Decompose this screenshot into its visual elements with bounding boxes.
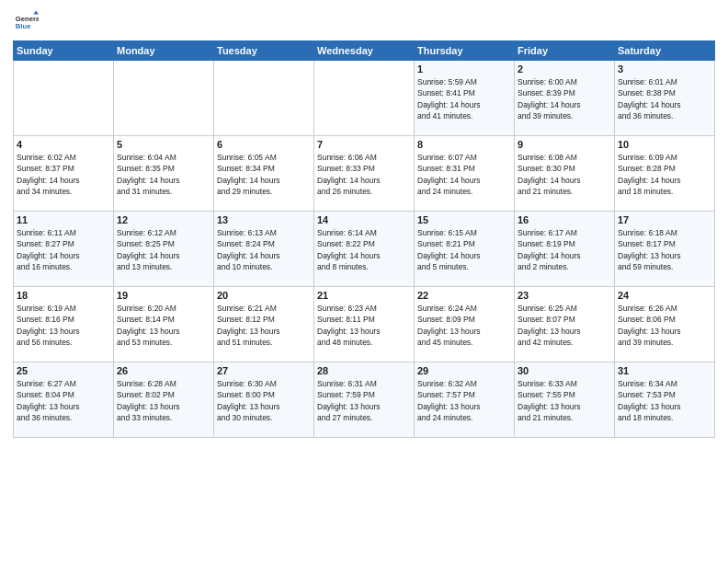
calendar-cell: 31Sunrise: 6:34 AM Sunset: 7:53 PM Dayli… <box>615 362 715 438</box>
day-info: Sunrise: 6:33 AM Sunset: 7:55 PM Dayligh… <box>518 378 611 423</box>
day-number: 19 <box>117 290 210 301</box>
day-number: 9 <box>518 139 611 150</box>
calendar-cell: 9Sunrise: 6:08 AM Sunset: 8:30 PM Daylig… <box>515 136 615 212</box>
calendar-table: SundayMondayTuesdayWednesdayThursdayFrid… <box>13 40 715 438</box>
day-number: 26 <box>117 365 210 376</box>
day-info: Sunrise: 6:31 AM Sunset: 7:59 PM Dayligh… <box>317 378 411 423</box>
day-number: 17 <box>618 214 711 225</box>
day-number: 1 <box>417 63 511 75</box>
calendar-cell: 8Sunrise: 6:07 AM Sunset: 8:31 PM Daylig… <box>415 136 515 212</box>
day-info: Sunrise: 6:01 AM Sunset: 8:38 PM Dayligh… <box>618 76 711 121</box>
calendar-cell: 3Sunrise: 6:01 AM Sunset: 8:38 PM Daylig… <box>615 61 715 136</box>
calendar-cell <box>314 61 415 136</box>
day-number: 8 <box>417 139 511 150</box>
day-number: 29 <box>417 365 511 376</box>
main-container: General Blue SundayMondayTuesdayWednesda… <box>0 0 728 563</box>
calendar-cell: 28Sunrise: 6:31 AM Sunset: 7:59 PM Dayli… <box>314 362 415 438</box>
calendar-cell: 30Sunrise: 6:33 AM Sunset: 7:55 PM Dayli… <box>515 362 615 438</box>
day-info: Sunrise: 6:12 AM Sunset: 8:25 PM Dayligh… <box>117 227 210 272</box>
calendar-week-row: 11Sunrise: 6:11 AM Sunset: 8:27 PM Dayli… <box>14 212 715 287</box>
day-info: Sunrise: 6:08 AM Sunset: 8:30 PM Dayligh… <box>518 152 611 197</box>
day-info: Sunrise: 6:14 AM Sunset: 8:22 PM Dayligh… <box>317 227 411 272</box>
calendar-cell: 25Sunrise: 6:27 AM Sunset: 8:04 PM Dayli… <box>14 362 114 438</box>
day-number: 12 <box>117 214 210 225</box>
day-info: Sunrise: 6:24 AM Sunset: 8:09 PM Dayligh… <box>417 303 511 348</box>
calendar-cell <box>14 61 114 136</box>
weekday-header-thursday: Thursday <box>415 41 515 61</box>
calendar-cell: 2Sunrise: 6:00 AM Sunset: 8:39 PM Daylig… <box>515 61 615 136</box>
calendar-cell: 20Sunrise: 6:21 AM Sunset: 8:12 PM Dayli… <box>214 287 314 362</box>
calendar-cell: 16Sunrise: 6:17 AM Sunset: 8:19 PM Dayli… <box>515 212 615 287</box>
calendar-week-row: 25Sunrise: 6:27 AM Sunset: 8:04 PM Dayli… <box>14 362 715 438</box>
calendar-cell: 26Sunrise: 6:28 AM Sunset: 8:02 PM Dayli… <box>114 362 214 438</box>
day-info: Sunrise: 5:59 AM Sunset: 8:41 PM Dayligh… <box>417 76 511 121</box>
day-info: Sunrise: 6:07 AM Sunset: 8:31 PM Dayligh… <box>417 152 511 197</box>
calendar-cell: 5Sunrise: 6:04 AM Sunset: 8:35 PM Daylig… <box>114 136 214 212</box>
day-number: 16 <box>518 214 611 225</box>
calendar-cell: 17Sunrise: 6:18 AM Sunset: 8:17 PM Dayli… <box>615 212 715 287</box>
day-info: Sunrise: 6:02 AM Sunset: 8:37 PM Dayligh… <box>17 152 110 197</box>
calendar-cell <box>214 61 314 136</box>
day-number: 15 <box>417 214 511 225</box>
day-number: 23 <box>518 290 611 301</box>
calendar-cell <box>114 61 214 136</box>
day-info: Sunrise: 6:20 AM Sunset: 8:14 PM Dayligh… <box>117 303 210 348</box>
calendar-cell: 27Sunrise: 6:30 AM Sunset: 8:00 PM Dayli… <box>214 362 314 438</box>
day-number: 3 <box>618 63 711 75</box>
weekday-header-tuesday: Tuesday <box>214 41 314 61</box>
calendar-cell: 23Sunrise: 6:25 AM Sunset: 8:07 PM Dayli… <box>515 287 615 362</box>
calendar-cell: 15Sunrise: 6:15 AM Sunset: 8:21 PM Dayli… <box>415 212 515 287</box>
day-number: 4 <box>17 139 110 150</box>
day-number: 20 <box>217 290 311 301</box>
calendar-cell: 24Sunrise: 6:26 AM Sunset: 8:06 PM Dayli… <box>615 287 715 362</box>
calendar-cell: 19Sunrise: 6:20 AM Sunset: 8:14 PM Dayli… <box>114 287 214 362</box>
day-number: 28 <box>317 365 411 376</box>
day-number: 27 <box>217 365 311 376</box>
calendar-cell: 7Sunrise: 6:06 AM Sunset: 8:33 PM Daylig… <box>314 136 415 212</box>
day-info: Sunrise: 6:05 AM Sunset: 8:34 PM Dayligh… <box>217 152 311 197</box>
day-info: Sunrise: 6:15 AM Sunset: 8:21 PM Dayligh… <box>417 227 511 272</box>
calendar-cell: 21Sunrise: 6:23 AM Sunset: 8:11 PM Dayli… <box>314 287 415 362</box>
weekday-header-monday: Monday <box>114 41 214 61</box>
calendar-cell: 11Sunrise: 6:11 AM Sunset: 8:27 PM Dayli… <box>14 212 114 287</box>
logo-icon: General Blue <box>13 9 39 35</box>
day-number: 22 <box>417 290 511 301</box>
day-info: Sunrise: 6:21 AM Sunset: 8:12 PM Dayligh… <box>217 303 311 348</box>
page-header: General Blue <box>13 9 715 35</box>
calendar-cell: 1Sunrise: 5:59 AM Sunset: 8:41 PM Daylig… <box>415 61 515 136</box>
day-info: Sunrise: 6:04 AM Sunset: 8:35 PM Dayligh… <box>117 152 210 197</box>
day-info: Sunrise: 6:30 AM Sunset: 8:00 PM Dayligh… <box>217 378 311 423</box>
day-info: Sunrise: 6:25 AM Sunset: 8:07 PM Dayligh… <box>518 303 611 348</box>
weekday-header-friday: Friday <box>515 41 615 61</box>
day-info: Sunrise: 6:17 AM Sunset: 8:19 PM Dayligh… <box>518 227 611 272</box>
day-number: 21 <box>317 290 411 301</box>
day-number: 13 <box>217 214 311 225</box>
day-number: 24 <box>618 290 711 301</box>
calendar-cell: 10Sunrise: 6:09 AM Sunset: 8:28 PM Dayli… <box>615 136 715 212</box>
day-info: Sunrise: 6:34 AM Sunset: 7:53 PM Dayligh… <box>618 378 711 423</box>
calendar-cell: 14Sunrise: 6:14 AM Sunset: 8:22 PM Dayli… <box>314 212 415 287</box>
calendar-cell: 22Sunrise: 6:24 AM Sunset: 8:09 PM Dayli… <box>415 287 515 362</box>
svg-text:Blue: Blue <box>16 22 31 30</box>
day-info: Sunrise: 6:27 AM Sunset: 8:04 PM Dayligh… <box>17 378 110 423</box>
day-info: Sunrise: 6:09 AM Sunset: 8:28 PM Dayligh… <box>618 152 711 197</box>
day-number: 5 <box>117 139 210 150</box>
weekday-header-wednesday: Wednesday <box>314 41 415 61</box>
day-number: 25 <box>17 365 110 376</box>
calendar-header-row: SundayMondayTuesdayWednesdayThursdayFrid… <box>14 41 715 61</box>
day-number: 6 <box>217 139 311 150</box>
weekday-header-saturday: Saturday <box>615 41 715 61</box>
calendar-cell: 29Sunrise: 6:32 AM Sunset: 7:57 PM Dayli… <box>415 362 515 438</box>
calendar-cell: 4Sunrise: 6:02 AM Sunset: 8:37 PM Daylig… <box>14 136 114 212</box>
day-info: Sunrise: 6:28 AM Sunset: 8:02 PM Dayligh… <box>117 378 210 423</box>
svg-text:General: General <box>16 15 39 23</box>
day-info: Sunrise: 6:00 AM Sunset: 8:39 PM Dayligh… <box>518 76 611 121</box>
day-info: Sunrise: 6:13 AM Sunset: 8:24 PM Dayligh… <box>217 227 311 272</box>
weekday-header-sunday: Sunday <box>14 41 114 61</box>
day-number: 14 <box>317 214 411 225</box>
logo: General Blue <box>13 9 40 35</box>
calendar-week-row: 4Sunrise: 6:02 AM Sunset: 8:37 PM Daylig… <box>14 136 715 212</box>
day-number: 11 <box>17 214 110 225</box>
day-number: 30 <box>518 365 611 376</box>
day-number: 10 <box>618 139 711 150</box>
